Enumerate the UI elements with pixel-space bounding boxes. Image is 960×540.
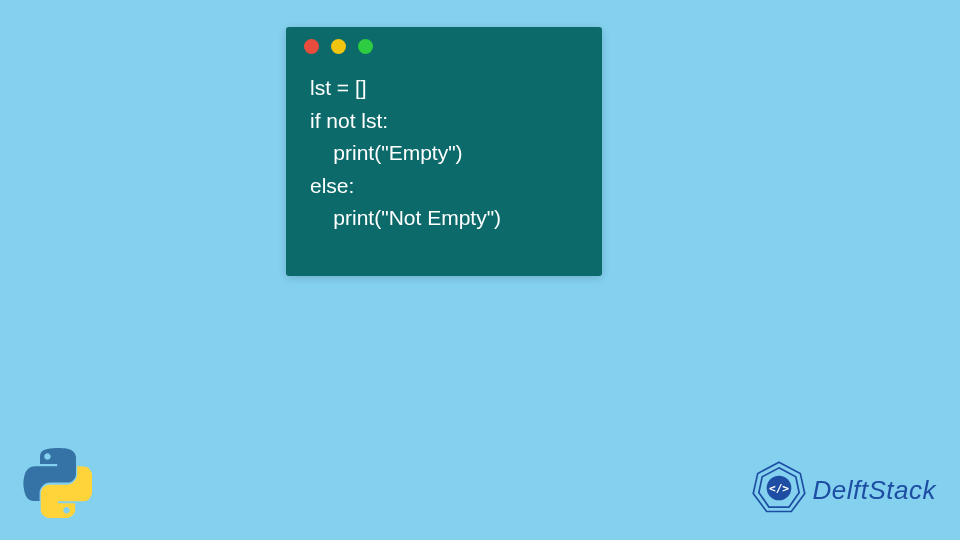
- svg-text:</>: </>: [768, 482, 788, 495]
- delftstack-text: DelftStack: [813, 475, 937, 506]
- minimize-icon: [331, 39, 346, 54]
- code-line: lst = []: [310, 76, 367, 99]
- code-block: lst = [] if not lst: print("Empty") else…: [286, 62, 602, 245]
- delftstack-emblem-icon: </>: [751, 460, 807, 520]
- close-icon: [304, 39, 319, 54]
- delftstack-logo: </> DelftStack: [751, 460, 937, 520]
- code-line: else:: [310, 174, 354, 197]
- code-line: print("Not Empty"): [310, 206, 501, 229]
- code-line: if not lst:: [310, 109, 388, 132]
- maximize-icon: [358, 39, 373, 54]
- code-window: lst = [] if not lst: print("Empty") else…: [286, 27, 602, 276]
- window-titlebar: [286, 27, 602, 62]
- code-line: print("Empty"): [310, 141, 463, 164]
- python-logo-icon: [22, 448, 92, 522]
